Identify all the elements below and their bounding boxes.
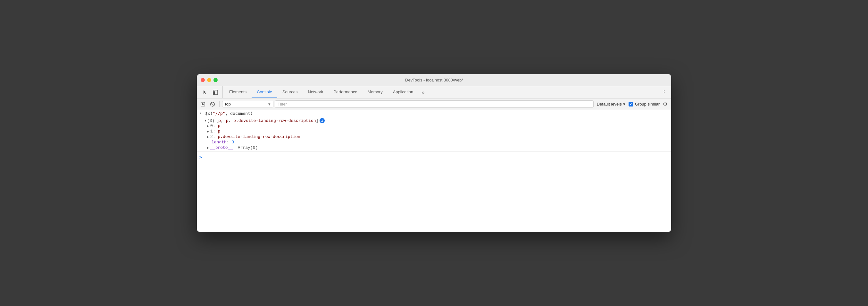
console-bottom-input[interactable]: > bbox=[197, 152, 671, 162]
cursor-icon[interactable] bbox=[200, 88, 210, 97]
proto-value: Array(0) bbox=[238, 145, 258, 150]
tab-performance[interactable]: Performance bbox=[328, 86, 362, 98]
array-items: 0: p 1: p 2: p.devsite-landing-row-descr… bbox=[199, 123, 669, 150]
more-options-button[interactable]: ⋮ bbox=[660, 88, 669, 97]
console-result-line: ← (3) [ p , p , p.devsite-landing-row-de… bbox=[197, 117, 671, 152]
group-similar-container: Group similar bbox=[628, 102, 660, 107]
devtools-window: DevTools - localhost:8080/web/ Elements … bbox=[197, 74, 671, 232]
tab-bar-icons bbox=[198, 86, 223, 98]
default-levels-button[interactable]: Default levels ▾ bbox=[595, 101, 627, 107]
traffic-lights bbox=[200, 78, 218, 82]
tab-elements[interactable]: Elements bbox=[224, 86, 252, 98]
proto-expand-arrow[interactable] bbox=[207, 146, 209, 150]
context-selector[interactable]: top ▾ bbox=[222, 101, 273, 107]
maximize-button[interactable] bbox=[214, 78, 218, 82]
clear-console-button[interactable] bbox=[208, 100, 217, 108]
minimize-button[interactable] bbox=[207, 78, 211, 82]
window-title: DevTools - localhost:8080/web/ bbox=[405, 78, 463, 82]
close-button[interactable] bbox=[200, 78, 205, 82]
tab-bar-right: ⋮ bbox=[660, 86, 671, 98]
svg-line-5 bbox=[211, 103, 214, 106]
svg-marker-3 bbox=[202, 103, 204, 106]
levels-dropdown-arrow: ▾ bbox=[623, 102, 625, 107]
array-proto-line: __proto__ : Array(0) bbox=[207, 145, 669, 150]
context-value: top bbox=[225, 102, 231, 107]
tab-application[interactable]: Application bbox=[388, 86, 418, 98]
array-expand-arrow[interactable] bbox=[205, 119, 207, 122]
item-0-value: p bbox=[218, 123, 220, 128]
title-bar: DevTools - localhost:8080/web/ bbox=[197, 74, 671, 86]
tab-memory[interactable]: Memory bbox=[363, 86, 388, 98]
console-content: › $x("//p", document) ← (3) [ p , p , p.… bbox=[197, 110, 671, 232]
array-length-line: length : 3 bbox=[207, 140, 669, 145]
svg-rect-1 bbox=[213, 91, 215, 94]
item-1-expand-arrow[interactable] bbox=[207, 130, 209, 134]
array-item-line-0: 0: p bbox=[207, 123, 669, 129]
item-1-value: p bbox=[218, 129, 220, 134]
item-0-expand-arrow[interactable] bbox=[207, 124, 209, 128]
group-similar-label: Group similar bbox=[635, 102, 660, 107]
tab-overflow-button[interactable]: » bbox=[418, 86, 428, 98]
input-prompt-arrow: › bbox=[199, 111, 203, 115]
array-item-line-2: 2: p.devsite-landing-row-description bbox=[207, 134, 669, 140]
bottom-prompt: > bbox=[199, 155, 202, 160]
tab-network[interactable]: Network bbox=[303, 86, 329, 98]
console-input-line: › $x("//p", document) bbox=[197, 110, 671, 117]
filter-input[interactable] bbox=[275, 101, 594, 108]
length-value: 3 bbox=[231, 140, 234, 145]
console-toolbar: top ▾ Default levels ▾ Group similar ⚙ bbox=[197, 99, 671, 110]
tab-bar: Elements Console Sources Network Perform… bbox=[197, 86, 671, 99]
proto-label: __proto__ bbox=[210, 145, 233, 150]
array-item-line-1: 1: p bbox=[207, 129, 669, 134]
console-input-text: $x("//p", document) bbox=[205, 111, 253, 116]
dock-icon[interactable] bbox=[211, 88, 220, 97]
length-label: length bbox=[212, 140, 227, 145]
run-script-button[interactable] bbox=[199, 100, 207, 108]
tab-sources[interactable]: Sources bbox=[277, 86, 303, 98]
array-item-2: p.devsite-landing-row-description bbox=[234, 118, 316, 123]
array-summary: [ bbox=[216, 118, 218, 123]
gear-icon: ⚙ bbox=[663, 101, 668, 107]
array-item-1: p bbox=[226, 118, 228, 123]
info-icon[interactable]: i bbox=[319, 118, 325, 123]
item-2-value: p.devsite-landing-row-description bbox=[218, 134, 300, 139]
array-count: (3) bbox=[207, 118, 214, 123]
context-dropdown-arrow: ▾ bbox=[268, 102, 271, 107]
item-2-expand-arrow[interactable] bbox=[207, 135, 209, 139]
array-item-0: p bbox=[218, 118, 221, 123]
settings-gear-button[interactable]: ⚙ bbox=[661, 100, 669, 108]
tab-console[interactable]: Console bbox=[252, 86, 277, 98]
group-similar-checkbox[interactable] bbox=[628, 102, 633, 107]
toolbar-separator bbox=[219, 101, 220, 107]
result-back-arrow: ← bbox=[199, 119, 203, 123]
